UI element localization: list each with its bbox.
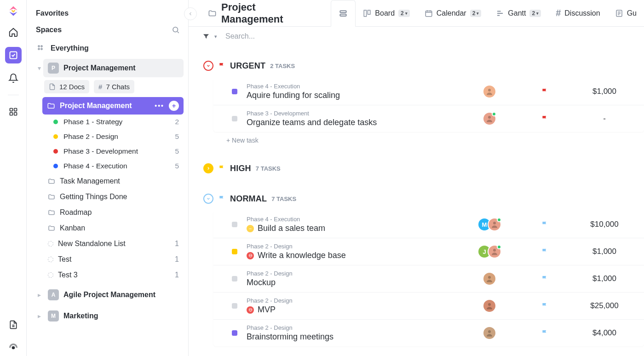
sidebar-list-item[interactable]: Test 3 1 (36, 267, 184, 283)
status-indicator[interactable] (232, 89, 237, 94)
view-tab-gantt[interactable]: Gantt2 ▾ (489, 0, 548, 26)
task-assignees[interactable] (462, 272, 517, 286)
status-indicator[interactable] (232, 222, 237, 227)
task-priority[interactable] (517, 248, 572, 255)
chevron-down-icon[interactable]: ▾ (214, 34, 217, 40)
spaces-label[interactable]: Spaces (36, 26, 62, 34)
topbar: Project Management Board2 ▾Calendar2 ▾Ga… (189, 0, 644, 27)
record-icon[interactable] (5, 339, 22, 356)
status-indicator[interactable] (232, 303, 237, 309)
status-indicator[interactable] (232, 116, 237, 121)
search-icon[interactable] (172, 26, 180, 34)
sidebar-folder-item[interactable]: Task Management (36, 173, 184, 189)
view-tab-gu[interactable]: Gu (608, 0, 644, 26)
avatar[interactable] (488, 245, 501, 258)
svg-point-19 (493, 222, 496, 224)
task-priority[interactable] (517, 221, 572, 228)
chats-badge[interactable]: # 7 Chats (94, 80, 134, 93)
task-row[interactable]: Phase 4 - Execution Aquire funding for s… (213, 78, 644, 105)
folder-label: Roadmap (60, 208, 92, 217)
group-toggle[interactable] (203, 61, 213, 71)
space-project-management[interactable]: P Project Management (43, 59, 184, 77)
avatar[interactable] (483, 326, 496, 340)
view-label: Calendar (437, 9, 466, 17)
docs-icon[interactable] (5, 316, 22, 333)
view-tab-discussion[interactable]: #Discussion (548, 0, 607, 26)
task-priority[interactable] (517, 88, 572, 95)
status-indicator[interactable] (232, 330, 237, 336)
task-priority[interactable] (517, 275, 572, 282)
task-assignees[interactable]: M (462, 218, 517, 231)
folder-project-management[interactable]: Project Management ••• + (42, 97, 184, 115)
task-priority[interactable] (517, 329, 572, 337)
task-row[interactable]: Phase 2 - Design ⊖ MVP $25,000 (213, 292, 644, 319)
task-name: ⊖ Write a knowledge base (247, 251, 462, 260)
task-row[interactable]: Phase 2 - Design ⊖ Write a knowledge bas… (213, 238, 644, 265)
space-item[interactable]: M Marketing (43, 307, 184, 325)
logo-icon[interactable] (7, 5, 20, 17)
avatar[interactable] (483, 299, 496, 313)
notifications-icon[interactable] (5, 70, 22, 86)
task-budget: $1,000 (572, 87, 637, 96)
task-priority[interactable] (517, 115, 572, 122)
list-label: Phase 3 - Development (63, 147, 138, 155)
add-icon[interactable]: + (169, 101, 179, 111)
task-assignees[interactable] (462, 85, 517, 98)
chevron-down-icon[interactable]: ▾ (36, 64, 42, 72)
filter-icon[interactable] (202, 33, 210, 40)
view-tab-list[interactable] (331, 0, 356, 27)
sidebar: Favorites Spaces Everything ▾ P Project … (27, 0, 189, 356)
tasks-icon[interactable] (5, 47, 22, 63)
group-toggle[interactable] (203, 163, 213, 173)
everything-item[interactable]: Everything (36, 40, 184, 59)
list-icon (339, 9, 348, 18)
task-row[interactable]: Phase 2 - Design Mockup $1,000 (213, 265, 644, 292)
chevron-right-icon[interactable]: ▸ (36, 291, 42, 299)
task-list-label: Phase 4 - Execution (247, 216, 462, 223)
view-tab-calendar[interactable]: Calendar2 ▾ (417, 0, 489, 26)
sidebar-list-item[interactable]: Phase 3 - Development 5 (36, 144, 184, 159)
sidebar-folder-item[interactable]: Kanban (36, 220, 184, 236)
sidebar-folder-item[interactable]: Getting Things Done (36, 189, 184, 205)
view-tab-board[interactable]: Board2 ▾ (356, 0, 417, 26)
breadcrumb[interactable]: Project Management (208, 1, 315, 25)
task-row[interactable]: Phase 2 - Design Brainstorming meetings … (213, 319, 644, 346)
group-header-urgent[interactable]: URGENT 2 TASKS (201, 58, 644, 75)
avatar[interactable] (483, 112, 496, 126)
search-input[interactable]: Search... (225, 32, 255, 40)
apps-icon[interactable] (5, 103, 22, 120)
chevron-right-icon[interactable]: ▸ (36, 312, 42, 320)
favorites-heading[interactable]: Favorites (36, 6, 184, 23)
folder-icon (48, 193, 55, 201)
left-rail (0, 0, 27, 356)
task-assignees[interactable] (462, 299, 517, 313)
status-indicator[interactable] (232, 276, 237, 281)
space-item[interactable]: A Agile Project Management (43, 286, 184, 304)
avatar[interactable] (483, 85, 496, 98)
sidebar-list-item[interactable]: Phase 4 - Execution 5 (36, 159, 184, 173)
docs-badge-label: 12 Docs (59, 83, 85, 91)
sidebar-list-item[interactable]: New Standalone List 1 (36, 236, 184, 252)
group-header-normal[interactable]: NORMAL 7 TASKS (201, 191, 644, 208)
new-task-button[interactable]: + New task (201, 132, 644, 148)
task-row[interactable]: Phase 4 - Execution − Build a sales team… (213, 211, 644, 238)
more-icon[interactable]: ••• (155, 102, 164, 109)
task-assignees[interactable] (462, 112, 517, 126)
sidebar-list-item[interactable]: Phase 1 - Strategy 2 (36, 115, 184, 129)
task-row[interactable]: Phase 3 - Development Organize teams and… (213, 105, 644, 132)
collapse-sidebar-button[interactable] (184, 7, 197, 20)
sidebar-list-item[interactable]: Phase 2 - Design 5 (36, 129, 184, 144)
sidebar-folder-item[interactable]: Roadmap (36, 205, 184, 220)
status-indicator[interactable] (232, 249, 237, 254)
docs-badge[interactable]: 12 Docs (44, 80, 89, 93)
group-count: 2 TASKS (270, 63, 295, 69)
task-assignees[interactable] (462, 326, 517, 340)
task-assignees[interactable]: J (462, 245, 517, 258)
sidebar-list-item[interactable]: Test 1 (36, 252, 184, 267)
group-toggle[interactable] (203, 194, 213, 204)
group-header-high[interactable]: HIGH 7 TASKS (201, 161, 644, 178)
avatar[interactable] (488, 218, 501, 231)
task-priority[interactable] (517, 302, 572, 310)
avatar[interactable] (483, 272, 496, 286)
home-icon[interactable] (5, 24, 22, 40)
